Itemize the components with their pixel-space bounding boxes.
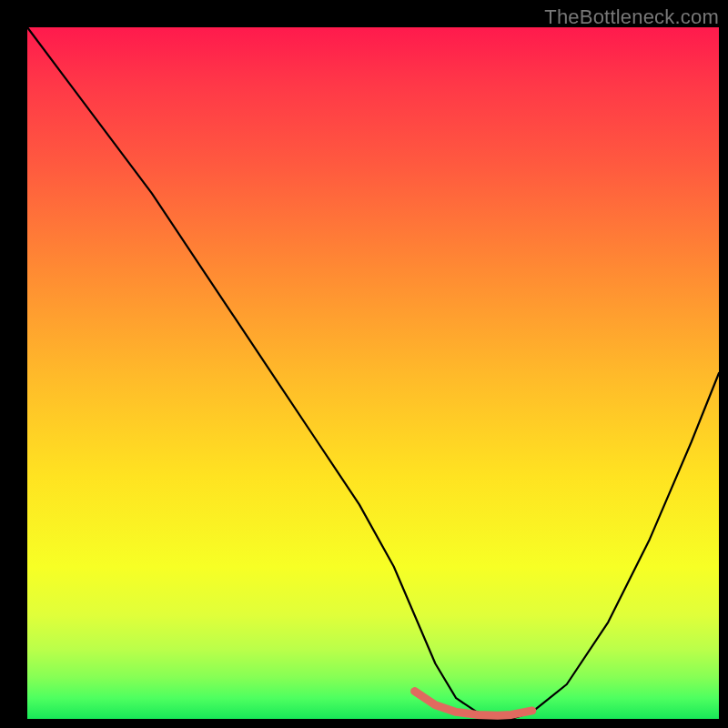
watermark-text: TheBottleneck.com [544, 5, 719, 29]
valley-highlight [415, 692, 532, 716]
curve-layer [27, 27, 719, 719]
plot-area [27, 27, 719, 719]
bottleneck-curve [27, 27, 719, 719]
chart-frame: TheBottleneck.com [0, 0, 728, 728]
